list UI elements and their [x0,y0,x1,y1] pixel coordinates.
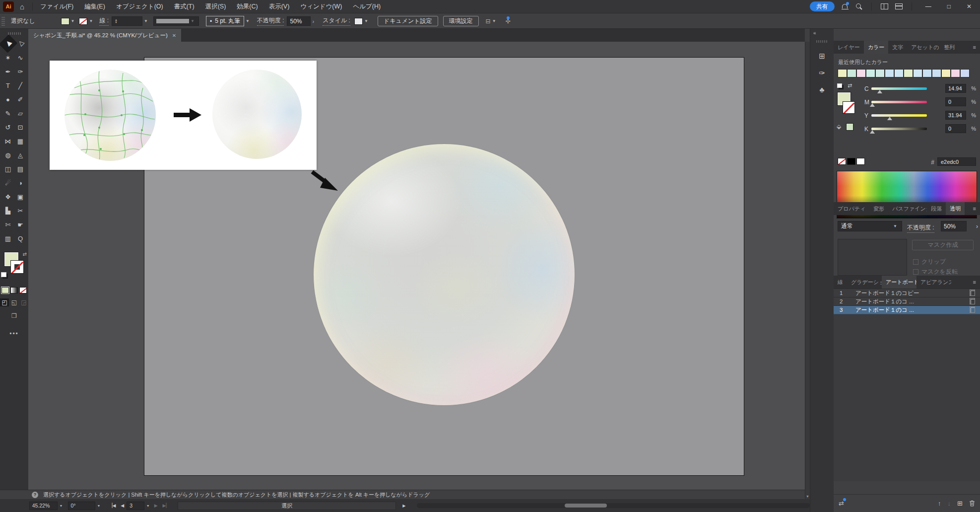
menu-item[interactable]: オブジェクト(O) [111,0,169,13]
move-up-icon[interactable]: ↑ [938,500,941,507]
color-swatch[interactable] [866,69,875,77]
width-profile-dropdown[interactable]: ▼ [153,16,199,26]
free-transform-tool[interactable]: ▦ [14,134,27,148]
color-swatch[interactable] [894,69,904,77]
style-label[interactable]: スタイル : [323,16,350,26]
delete-artboard-icon[interactable] [969,500,975,507]
first-artboard-icon[interactable]: ▕◀ [106,503,118,508]
object-thumbnail-well[interactable] [838,239,907,276]
document-tab[interactable]: シャボン玉_手順.ai* @ 45.22 % (CMYK/プレビュー) ✕ [28,29,181,42]
menu-item[interactable]: ウィンドウ(W) [295,0,347,13]
panel-tab[interactable]: パスファインダ [888,202,927,215]
panel-tab[interactable]: 変形 [869,202,888,215]
menu-item[interactable]: ヘルプ(H) [347,0,386,13]
mesh-tool[interactable]: ◫ [2,162,14,176]
horizontal-scrollbar[interactable] [417,503,810,508]
out-of-gamut-cube-icon[interactable]: ⬙ [837,123,841,130]
stroke-proxy-swatch[interactable] [843,101,855,114]
color-swatch[interactable] [922,69,932,77]
status-expand-icon[interactable]: ▶ [400,504,408,508]
none-swatch[interactable] [838,158,846,165]
opacity-label[interactable]: 不透明度 : [907,223,934,233]
brush-definition-dropdown[interactable]: • 5 pt. 丸筆 [206,16,244,26]
panel-tab[interactable]: 線 [834,276,847,289]
last-artboard-icon[interactable]: ▶▏ [160,503,172,508]
paintbrush-tool[interactable]: ✐ [14,92,27,106]
dock-grip[interactable] [816,40,828,43]
notifications-bell-icon[interactable] [842,3,849,10]
artboard-number-field[interactable]: 3 [127,502,144,510]
color-swatch[interactable] [885,69,894,77]
search-icon[interactable] [855,3,862,10]
screen-mode-icon[interactable]: ❐ [11,312,17,319]
stroke-weight-label[interactable]: 線 : [99,16,109,26]
color-button[interactable] [1,287,9,293]
hex-value-field[interactable]: e2edc0 [937,157,976,166]
width-tool[interactable]: ⋈ [2,134,14,148]
opacity-label[interactable]: 不透明度 : [257,16,284,26]
align-options-icon[interactable]: ⊟ [486,18,491,25]
blend-mode-dropdown[interactable]: 通常 ▼ [838,221,902,231]
chevron-down-icon[interactable]: ▼ [95,504,103,508]
pen-tool[interactable]: ✒ [2,65,14,78]
artboard-name[interactable]: アートボード１のコ ... [855,298,914,305]
reference-image[interactable] [50,61,317,170]
rotation-field[interactable]: 0° [68,502,95,510]
panel-tab[interactable]: 文字 [888,41,907,54]
panel-tab[interactable]: アートボード [882,276,916,289]
swap-fill-stroke-icon[interactable]: ⇄ [23,251,27,257]
eyedropper-tool[interactable]: ☄ [2,176,14,190]
fill-color-swatch[interactable] [61,18,69,25]
menu-item[interactable]: ファイル(F) [35,0,79,13]
menu-item[interactable]: 表示(V) [263,0,295,13]
panel-tab[interactable]: カラー [864,41,889,54]
artboard-page-icon[interactable] [971,299,975,304]
brushes-icon[interactable]: ✑ [819,69,825,77]
new-artboard-icon[interactable]: ⊞ [957,500,963,507]
symbol-sprayer-tool[interactable]: ❖ [2,190,14,204]
pencil-tool[interactable]: ✎ [2,106,14,120]
panel-tab[interactable]: 段落 [927,202,946,215]
canvas[interactable] [28,42,805,490]
zoom-tool[interactable]: Q [14,231,27,245]
maximize-button[interactable]: □ [943,0,955,13]
color-swatch[interactable] [941,69,951,77]
close-button[interactable]: ✕ [962,0,976,13]
gradient-button[interactable] [10,287,18,293]
opacity-expand-arrow[interactable]: › [976,223,978,230]
column-graph-tool[interactable]: ▙ [2,204,14,218]
panel-tab[interactable]: 整列 [940,41,959,54]
stroke-color-swatch[interactable] [79,18,87,25]
slider-thumb[interactable] [870,130,875,134]
invert-mask-checkbox[interactable]: マスクを反転 [913,268,958,276]
channel-value-field[interactable]: 0 [945,124,966,133]
edit-toolbar-icon[interactable]: ••• [9,330,19,337]
color-swatch[interactable] [951,69,960,77]
default-fill-stroke-icon[interactable] [1,272,6,277]
home-icon[interactable]: ⌂ [14,2,30,11]
channel-value-field[interactable]: 0 [945,97,966,106]
help-icon[interactable]: ? [32,492,38,498]
artboard-row[interactable]: 3 アートボード１のコ ... [834,306,980,314]
rearrange-artboards-icon[interactable]: ⇄ [839,500,844,507]
swap-fill-stroke-icon[interactable]: ⇄ [848,82,852,89]
scrollbar-thumb[interactable] [565,504,607,508]
panel-tab[interactable]: グラデーション [847,276,882,289]
color-swatch[interactable] [847,69,856,77]
channel-value-field[interactable]: 31.94 [945,111,966,120]
slice-tool[interactable]: ✂ [14,204,27,218]
artboard-page-icon[interactable] [971,307,975,313]
magic-wand-tool[interactable]: ✶ [2,51,14,65]
chevron-down-icon[interactable]: ▼ [142,19,149,23]
toolbar-grip[interactable] [8,32,21,35]
color-swatch[interactable] [904,69,913,77]
symbols-icon[interactable]: ♣ [820,85,825,94]
panel-tab[interactable]: 透明 [946,202,965,215]
slider-thumb[interactable] [870,103,875,107]
scale-tool[interactable]: ⊡ [14,120,27,134]
slider-track[interactable] [871,87,927,90]
panel-tab[interactable]: アピアランス [916,276,951,289]
draw-normal-icon[interactable]: ◰ [0,298,8,306]
share-button[interactable]: 共有 [810,1,835,11]
make-mask-button[interactable]: マスク作成 [912,240,974,250]
